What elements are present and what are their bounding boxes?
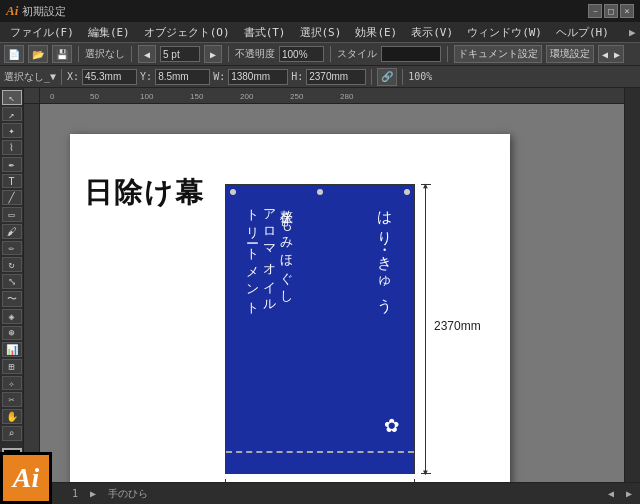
pencil-tool[interactable]: ✏ [2,241,22,256]
stroke-plus[interactable]: ▶ [204,45,222,63]
stroke-label: 選択なし [85,47,125,61]
lock-ratio-btn[interactable]: 🔗 [377,68,397,86]
opacity-input[interactable] [279,46,324,62]
menu-bar: ファイル(F) 編集(E) オブジェクト(O) 書式(T) 選択(S) 効果(E… [0,22,640,42]
toolbar-context: 選択なし_▼ X: Y: W: H: 🔗 100% [0,66,640,88]
stroke-minus[interactable]: ◀ [138,45,156,63]
dim-right-container: ▲ ▼ [420,184,432,474]
toolbar-main: 📄 📂 💾 選択なし ◀ ▶ 不透明度 スタイル ドキュメント設定 環境設定 ◀… [0,42,640,66]
menu-select[interactable]: 選択(S) [294,24,348,41]
corner-dot-tl [230,189,236,195]
ruler-num: 250 [290,92,303,101]
rotate-tool[interactable]: ↻ [2,257,22,272]
menu-window[interactable]: ウィンドウ(W) [461,24,548,41]
prefs-btn[interactable]: 環境設定 [546,45,594,63]
right-scrollbar[interactable] [624,88,640,482]
dim-bottom-container: ◀ ▶ [225,478,415,482]
ctx-sep1 [61,69,62,85]
dim-arrow-left: ◀ [220,481,225,482]
artboard-tool[interactable]: ⊞ [2,359,22,374]
canvas-area[interactable]: 0 50 100 150 200 250 280 0 日除け幕 [24,88,624,482]
blend-label: 不透明度 [235,47,275,61]
banner-dashed-line [226,451,414,453]
menu-effect[interactable]: 効果(E) [349,24,403,41]
ruler-left: 0 [24,88,40,482]
ruler-num-v: 0 [24,294,40,298]
type-tool[interactable]: T [2,174,22,189]
main-area: ↖ ↗ ✦ ⌇ ✒ T ╱ ▭ 🖌 ✏ ↻ ⤡ 〜 ◈ ⊛ 📊 ⊞ ✧ ✂ ✋ … [0,88,640,482]
new-button[interactable]: 📄 [4,45,24,63]
corner-dot-tm [317,189,323,195]
direct-select-tool[interactable]: ↗ [2,107,22,122]
style-input[interactable] [381,46,441,62]
zoom-tool[interactable]: ⌕ [2,426,22,441]
dim-height-label: 2370mm [434,319,481,333]
magic-wand-tool[interactable]: ✦ [2,123,22,138]
menu-view[interactable]: 表示(V) [405,24,459,41]
ctx-sep2 [371,69,372,85]
dim-bottom-cap-right [414,479,415,482]
tb-sep2 [131,46,132,62]
ruler-num: 280 [340,92,353,101]
scale-tool[interactable]: ⤡ [2,274,22,289]
menu-file[interactable]: ファイル(F) [4,24,80,41]
x-input[interactable] [82,69,137,85]
blend-tool[interactable]: ◈ [2,309,22,324]
open-button[interactable]: 📂 [28,45,48,63]
symbol-tool[interactable]: ⊛ [2,326,22,341]
statusbar-nav-right[interactable]: ▶ [626,488,632,499]
minimize-button[interactable]: － [588,4,602,18]
menu-format[interactable]: 書式(T) [238,24,292,41]
pen-tool[interactable]: ✒ [2,157,22,172]
style-label: スタイル [337,47,377,61]
select-tool[interactable]: ↖ [2,90,22,105]
w-input[interactable] [228,69,288,85]
corner-dot-tr [404,189,410,195]
line-tool[interactable]: ╱ [2,190,22,205]
graph-tool[interactable]: 📊 [2,342,22,357]
eyedropper-tool[interactable]: ✧ [2,376,22,391]
close-button[interactable]: × [620,4,634,18]
ruler-top: 0 50 100 150 200 250 280 [40,88,624,104]
dim-arrow-down: ▼ [423,468,428,477]
rect-tool[interactable]: ▭ [2,207,22,222]
y-input[interactable] [155,69,210,85]
menu-extra[interactable]: ▶ [623,25,640,40]
ruler-num: 50 [90,92,99,101]
banner-text-right: はり・きゅう [375,200,396,309]
menu-object[interactable]: オブジェクト(O) [138,24,236,41]
ruler-num: 0 [50,92,54,101]
lasso-tool[interactable]: ⌇ [2,140,22,155]
title-bar: Ai 初期設定 － □ × [0,0,640,22]
statusbar-nav-left[interactable]: ◀ [608,488,614,499]
ai-logo-text: Ai [13,462,39,494]
statusbar-sep: ▶ [90,488,96,499]
scissors-tool[interactable]: ✂ [2,392,22,407]
h-input[interactable] [306,69,366,85]
dim-arrow-up: ▲ [423,181,428,190]
tb-sep1 [78,46,79,62]
ruler-num: 150 [190,92,203,101]
banner-text-harikyu: はり・きゅう [377,200,394,309]
menu-edit[interactable]: 編集(E) [82,24,136,41]
flower-icon: ✿ [385,410,399,438]
more-btn[interactable]: ◀ ▶ [598,45,624,63]
ruler-num: 200 [240,92,253,101]
coord-label: 選択なし_▼ [4,70,56,84]
pt-input[interactable] [160,46,200,62]
banner-design[interactable]: はり・きゅう 整体・もみほぐしアロマオイルトリートメント ✿ [225,184,415,474]
titlebar-controls: － □ × [588,4,634,18]
doc-settings-btn[interactable]: ドキュメント設定 [454,45,542,63]
toolbox: ↖ ↗ ✦ ⌇ ✒ T ╱ ▭ 🖌 ✏ ↻ ⤡ 〜 ◈ ⊛ 📊 ⊞ ✧ ✂ ✋ … [0,88,24,482]
save-button[interactable]: 💾 [52,45,72,63]
artboard: 日除け幕 はり・きゅう 整体・もみほぐしアロマオイルトリートメント [70,134,510,482]
status-bar: Ai 1 ▶ 手のひら ◀ ▶ [0,482,640,504]
dim-right-line [425,184,426,474]
hand-tool[interactable]: ✋ [2,409,22,424]
maximize-button[interactable]: □ [604,4,618,18]
warp-tool[interactable]: 〜 [2,291,22,307]
titlebar-left: Ai 初期設定 [6,3,66,19]
ruler-corner [24,88,40,104]
menu-help[interactable]: ヘルプ(H) [550,24,615,41]
paintbrush-tool[interactable]: 🖌 [2,224,22,239]
